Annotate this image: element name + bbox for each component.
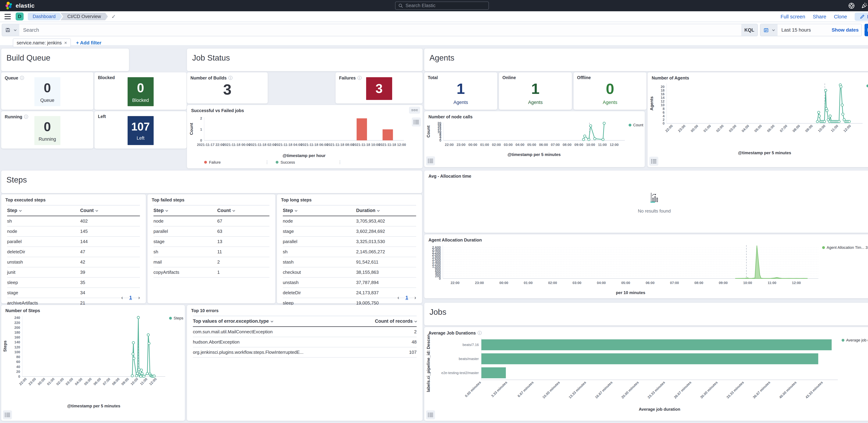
legend-toggle-icon[interactable] bbox=[426, 156, 435, 165]
column-header[interactable]: Count bbox=[80, 208, 140, 213]
prev-page-icon[interactable]: ‹ bbox=[397, 295, 399, 300]
number-of-steps-chart[interactable]: 02040608010012014016018020022024022:0023… bbox=[2, 313, 184, 410]
legend-toggle-icon[interactable] bbox=[412, 118, 421, 127]
share-button[interactable]: Share bbox=[813, 14, 826, 20]
menu-hamburger-icon[interactable] bbox=[4, 14, 11, 19]
total-agents-metric-panel[interactable]: Total1Agents bbox=[424, 72, 497, 110]
svg-text:09:00: 09:00 bbox=[804, 124, 813, 133]
table-row[interactable]: parallel3,325,013,530 bbox=[283, 237, 416, 247]
legend-toggle-icon[interactable] bbox=[426, 410, 435, 419]
remove-filter-icon[interactable]: × bbox=[64, 40, 67, 45]
metric-label: Blocked bbox=[132, 98, 149, 103]
table-cell: 63 bbox=[217, 229, 270, 234]
table-row[interactable]: node67 bbox=[153, 216, 270, 226]
prev-page-icon[interactable]: ‹ bbox=[121, 295, 123, 300]
table-row[interactable]: mail2 bbox=[153, 257, 270, 267]
table-cell: unstash bbox=[7, 259, 80, 265]
news-party-icon[interactable] bbox=[860, 2, 868, 9]
saved-check-icon: ✓ bbox=[112, 13, 116, 20]
table-row[interactable]: node3,705,953,402 bbox=[283, 216, 416, 226]
failures-metric-panel[interactable]: Failuresⓘ3 bbox=[336, 72, 423, 103]
table-row[interactable]: hudson.AbortException48 bbox=[193, 337, 416, 347]
table-row[interactable]: unstash37,787,894 bbox=[283, 278, 416, 288]
table-row[interactable]: copyArtifacts1 bbox=[153, 267, 270, 278]
svg-text:07:00: 07:00 bbox=[670, 281, 679, 285]
table-row[interactable]: sh2,145,065,272 bbox=[283, 247, 416, 257]
svg-text:⋮: ⋮ bbox=[338, 160, 342, 164]
table-row[interactable]: node145 bbox=[7, 226, 140, 237]
panel-options-icon[interactable] bbox=[409, 107, 420, 113]
column-header[interactable]: Step bbox=[283, 208, 356, 213]
full-screen-button[interactable]: Full screen bbox=[780, 14, 805, 20]
saved-query-menu[interactable] bbox=[2, 24, 19, 36]
table-cell: junit bbox=[7, 270, 80, 275]
global-search-input[interactable]: Search Elastic bbox=[395, 2, 489, 10]
column-header[interactable]: Step bbox=[7, 208, 80, 213]
table-row[interactable]: sh11 bbox=[153, 247, 270, 257]
table-row[interactable]: sleep35 bbox=[7, 278, 140, 288]
column-header[interactable]: Top values of error.exception.type bbox=[193, 319, 354, 324]
offline-agents-metric-panel[interactable]: Offline0Agents bbox=[574, 72, 647, 110]
table-row[interactable]: com.sun.mail.util.MailConnectException2 bbox=[193, 327, 416, 337]
table-row[interactable]: deleteDir24,173,837 bbox=[283, 288, 416, 298]
svg-text:10:00: 10:00 bbox=[586, 143, 595, 147]
agent-allocation-duration-chart[interactable]: 02004006008001,0001,2001,4001,6001,8002,… bbox=[426, 242, 868, 296]
table-row[interactable]: stage13 bbox=[153, 237, 270, 247]
kql-badge[interactable]: KQL bbox=[741, 24, 757, 36]
table-row[interactable]: sh402 bbox=[7, 216, 140, 226]
average-job-durations-chart[interactable]: beats/7.16beats/mastere2e-testing-test2/… bbox=[426, 335, 868, 413]
sort-chevron-icon bbox=[414, 320, 417, 323]
next-page-icon[interactable]: › bbox=[414, 295, 416, 300]
table-row[interactable]: stash91,542,611 bbox=[283, 257, 416, 267]
show-dates-button[interactable]: Show dates bbox=[832, 27, 859, 33]
svg-text:08:00: 08:00 bbox=[792, 124, 801, 133]
legend-toggle-icon[interactable] bbox=[3, 410, 12, 419]
queue-metric-panel[interactable]: Queueⓘ0Queue bbox=[1, 72, 93, 110]
space-badge[interactable]: D bbox=[16, 12, 24, 21]
left-metric-panel[interactable]: Left107Left bbox=[94, 111, 187, 149]
table-row[interactable]: checkout38,155,863 bbox=[283, 267, 416, 278]
table-row[interactable]: stage3,602,284,692 bbox=[283, 226, 416, 237]
table-row[interactable]: deleteDir47 bbox=[7, 247, 140, 257]
table-row[interactable]: junit39 bbox=[7, 267, 140, 278]
add-filter-button[interactable]: + Add filter bbox=[76, 40, 101, 45]
calendar-menu[interactable] bbox=[761, 24, 778, 36]
kql-search-input[interactable]: Search bbox=[19, 24, 741, 36]
number-of-agents-chart[interactable]: 0246810121416182022:0023:0000:0001:0002:… bbox=[649, 80, 868, 157]
svg-text:01:00: 01:00 bbox=[703, 124, 712, 133]
time-range-value[interactable]: Last 15 hours bbox=[781, 27, 811, 33]
column-header[interactable]: Duration bbox=[356, 208, 416, 213]
clone-button[interactable]: Clone bbox=[834, 14, 847, 20]
filter-pill-service-name[interactable]: service.name: jenkins × bbox=[13, 38, 71, 47]
svg-text:00:00: 00:00 bbox=[468, 143, 477, 147]
table-row[interactable]: parallel144 bbox=[7, 237, 140, 247]
running-metric-panel[interactable]: Runningⓘ0Running bbox=[1, 111, 93, 149]
legend-toggle-icon[interactable] bbox=[649, 157, 658, 166]
table-row[interactable]: parallel63 bbox=[153, 226, 270, 237]
column-header[interactable]: Count of records bbox=[354, 319, 416, 324]
number-of-node-calls-chart[interactable]: 0246810121416182022:0023:0000:0001:0002:… bbox=[426, 120, 643, 158]
edit-button[interactable]: Edit bbox=[855, 12, 868, 21]
table-cell: 38,155,863 bbox=[356, 270, 416, 275]
svg-text:4: 4 bbox=[663, 114, 665, 118]
column-header[interactable]: Count bbox=[217, 208, 270, 213]
page-number[interactable]: 1 bbox=[405, 295, 408, 300]
next-page-icon[interactable]: › bbox=[138, 295, 140, 300]
metric-value: 107 bbox=[131, 120, 150, 133]
svg-text:12:00: 12:00 bbox=[610, 143, 619, 147]
column-header[interactable]: Step bbox=[153, 208, 217, 213]
table-row[interactable]: stage34 bbox=[7, 288, 140, 298]
refresh-button[interactable]: Refresh bbox=[865, 24, 868, 36]
table-row[interactable]: unstash42 bbox=[7, 257, 140, 267]
breadcrumb-dashboard[interactable]: Dashboard bbox=[28, 13, 62, 20]
successful-vs-failed-jobs-chart[interactable]: 0122021-11-17 22:002021-11-18 00:002021-… bbox=[189, 115, 409, 166]
page-number[interactable]: 1 bbox=[129, 295, 132, 300]
blocked-metric-panel[interactable]: Blocked0Blocked bbox=[94, 72, 187, 110]
help-icon[interactable] bbox=[848, 2, 855, 9]
online-agents-metric-panel[interactable]: Online1Agents bbox=[499, 72, 572, 110]
table-row[interactable]: org.jenkinsci.plugins.workflow.steps.Flo… bbox=[193, 347, 416, 358]
table-cell: stage bbox=[7, 290, 80, 295]
number-of-builds-metric-panel[interactable]: Number of Buildsⓘ3 bbox=[187, 72, 268, 103]
elastic-logo[interactable]: elastic bbox=[5, 2, 35, 10]
date-picker[interactable]: Last 15 hours Show dates bbox=[760, 24, 862, 36]
